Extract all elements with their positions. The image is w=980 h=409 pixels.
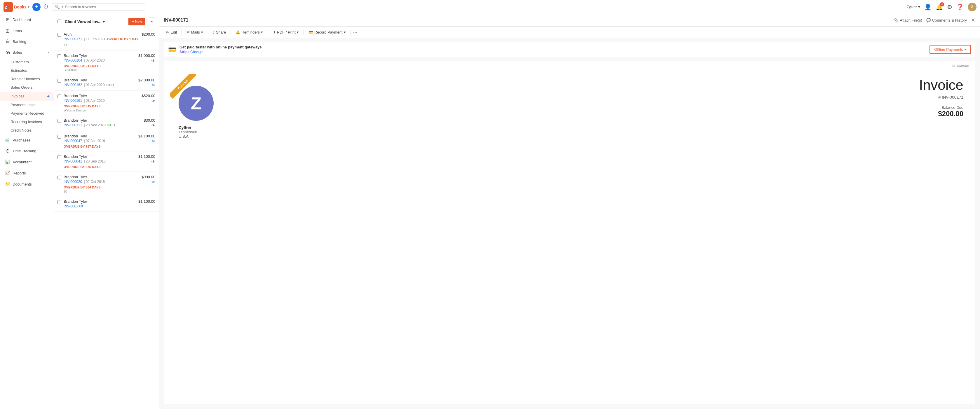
mails-label: Mails (191, 30, 200, 35)
sidebar-sub-invoices[interactable]: Invoices + (0, 92, 54, 101)
invoice-number[interactable]: INV-000164 (64, 58, 82, 62)
sidebar-item-dashboard[interactable]: ⊞ Dashboard (0, 14, 54, 25)
sidebar-sub-estimates[interactable]: Estimates (0, 66, 54, 75)
list-title[interactable]: Client Viewed Inv... ▾ (65, 19, 105, 24)
sidebar-sub-payments-received[interactable]: Payments Received (0, 109, 54, 117)
more-options-button[interactable]: ··· (353, 29, 358, 35)
invoice-number[interactable]: INV-000111 (64, 123, 82, 127)
user-menu[interactable]: Zylker ▾ (907, 5, 920, 9)
invoice-checkbox[interactable] (57, 54, 61, 58)
invoice-checkbox[interactable] (57, 119, 61, 123)
invoice-list-item[interactable]: Brandon Tyler INV-000111 | 20 Nov 2019 P… (54, 115, 159, 131)
sidebar-item-sales[interactable]: 🛍 Sales ▾ (0, 47, 54, 58)
invoice-number[interactable]: INV-000171 (64, 37, 82, 41)
sidebar-sub-sales-orders[interactable]: Sales Orders (0, 83, 54, 92)
edit-button[interactable]: ✏ Edit (164, 29, 179, 36)
invoice-list-item[interactable]: Brandon Tyler INV-000020 | 02 Oct 2018 O… (54, 172, 159, 197)
select-all-checkbox[interactable] (57, 19, 61, 23)
pdf-print-button[interactable]: ⬇ PDF / Print ▾ (270, 29, 301, 36)
sidebar-sub-payment-links[interactable]: Payment Links (0, 101, 54, 109)
notifications-icon[interactable]: 🔔 4 (935, 3, 943, 11)
invoices-plus-button[interactable]: + (47, 94, 49, 98)
logo-dropdown-icon[interactable]: ▾ (28, 5, 29, 9)
pdf-icon: ⬇ (272, 30, 276, 35)
invoice-checkbox[interactable] (57, 155, 61, 159)
logo-text: Books (14, 5, 27, 10)
banking-icon: 🏛 (5, 39, 10, 44)
invoice-checkbox[interactable] (57, 79, 61, 82)
invoice-list-item[interactable]: Brandon Tyler INV-000041 | 20 Sep 2018 O… (54, 151, 159, 172)
sidebar-item-purchases[interactable]: 🛒 Purchases › (0, 135, 54, 146)
history-icon[interactable]: ⏱ (43, 4, 49, 10)
detail-header: INV-000171 📎 Attach File(s) 💬 Comments &… (159, 14, 980, 27)
invoice-list-item[interactable]: Brandon Tyler INV-000161 | 03 Apr 2020 O… (54, 91, 159, 115)
list-menu-button[interactable]: ≡ (148, 17, 155, 25)
view-icon: 👁 (151, 180, 155, 184)
sidebar-item-banking[interactable]: 🏛 Banking (0, 36, 54, 47)
sidebar-sub-recurring-invoices[interactable]: Recurring Invoices (0, 117, 54, 126)
sidebar-sub-credit-notes[interactable]: Credit Notes (0, 126, 54, 135)
balance-due-amount: $200.00 (919, 110, 963, 118)
invoice-checkbox[interactable] (57, 176, 61, 179)
invoice-item-content: Brandon Tyler INV-000162 | 01 Apr 2020 P… (64, 78, 136, 87)
attach-files-button[interactable]: 📎 Attach File(s) (894, 18, 922, 22)
help-icon[interactable]: ❓ (956, 3, 964, 11)
view-icon: 👁 (151, 59, 155, 63)
invoice-checkbox[interactable] (57, 33, 61, 37)
invoice-checkbox[interactable] (57, 200, 61, 204)
invoice-list-item[interactable]: Brandon Tyler INV-000164 | 07 Apr 2020 O… (54, 51, 159, 75)
share-button[interactable]: ⤴ Share (210, 29, 229, 36)
invoice-number[interactable]: INV-000047 (64, 139, 82, 143)
invoice-right: $200.00 (142, 32, 155, 36)
reminders-button[interactable]: 🔔 Reminders ▾ (233, 29, 265, 36)
close-detail-button[interactable]: ✕ (971, 17, 975, 23)
offline-payments-button[interactable]: Offline Payments ▾ (929, 45, 971, 54)
invoice-number[interactable]: INV-000162 (64, 83, 82, 87)
toolbar-separator-4 (267, 30, 268, 35)
sidebar-item-time-tracking[interactable]: ⏱ Time Tracking › (0, 146, 54, 156)
sidebar-item-label: Documents (13, 182, 32, 186)
invoice-list-item[interactable]: Brandon Tyler INV-000047 | 07 Jan 2019 O… (54, 131, 159, 151)
user-avatar[interactable]: Z (968, 3, 977, 11)
settings-icon[interactable]: ⚙ (947, 3, 952, 11)
invoice-number[interactable]: INV-000020 (64, 180, 82, 184)
invoice-number[interactable]: INV-000041 (64, 159, 82, 163)
invoice-list-item[interactable]: Arun INV-000171 | 11 Feb 2021 OVERDUE BY… (54, 29, 159, 51)
search-filter-icon[interactable]: ▾ (62, 5, 63, 9)
invoice-list-item[interactable]: Brandon Tyler INV-000162 | 01 Apr 2020 P… (54, 75, 159, 91)
record-payment-label: Record Payment (314, 30, 343, 35)
invoice-amount: $2,000.00 (138, 78, 155, 82)
app-logo[interactable]: Z Books ▾ (3, 2, 29, 12)
new-invoice-button[interactable]: + New (129, 18, 145, 25)
contacts-icon[interactable]: 👤 (924, 3, 932, 11)
invoice-customer: Brandon Tyler (64, 199, 136, 204)
invoice-status: OVERDUE BY 1 DAY (107, 37, 138, 41)
add-new-button[interactable]: + (32, 3, 41, 11)
invoice-amount: $30.00 (143, 118, 155, 122)
mails-icon: ✉ (186, 30, 190, 35)
svg-text:Z: Z (5, 5, 7, 10)
invoice-right: $520.00 👁 (142, 94, 155, 103)
invoice-checkbox[interactable] (57, 135, 61, 139)
sidebar-item-label: Reports (13, 171, 26, 175)
sidebar-item-label: Purchases (13, 138, 30, 143)
invoice-number[interactable]: INV-000161 (64, 98, 82, 103)
sidebar-item-reports[interactable]: 📈 Reports (0, 168, 54, 179)
sidebar-sub-retainer-invoices[interactable]: Retainer Invoices (0, 75, 54, 83)
sidebar-item-accountant[interactable]: 📊 Accountant › (0, 156, 54, 168)
sidebar-sub-customers[interactable]: Customers (0, 58, 54, 66)
mails-button[interactable]: ✉ Mails ▾ (184, 29, 205, 36)
invoice-list-item[interactable]: Brandon Tyler INV-000XXX $1,100.00 (54, 197, 159, 211)
comments-history-button[interactable]: 💬 Comments & History (926, 18, 967, 22)
search-input[interactable] (65, 5, 142, 9)
comments-label: Comments & History (932, 18, 967, 22)
sidebar-item-documents[interactable]: 📁 Documents (0, 179, 54, 190)
balance-due-label: Balance Due (919, 105, 963, 110)
invoice-number[interactable]: INV-000XXX (64, 204, 83, 208)
record-payment-button[interactable]: 💳 Record Payment ▾ (306, 29, 348, 36)
invoice-checkbox[interactable] (57, 95, 61, 98)
invoice-amount: $990.00 (142, 175, 155, 179)
sidebar-item-items[interactable]: ◫ Items › (0, 25, 54, 36)
change-link[interactable]: Change (190, 50, 202, 54)
view-icon: 👁 (151, 160, 155, 164)
